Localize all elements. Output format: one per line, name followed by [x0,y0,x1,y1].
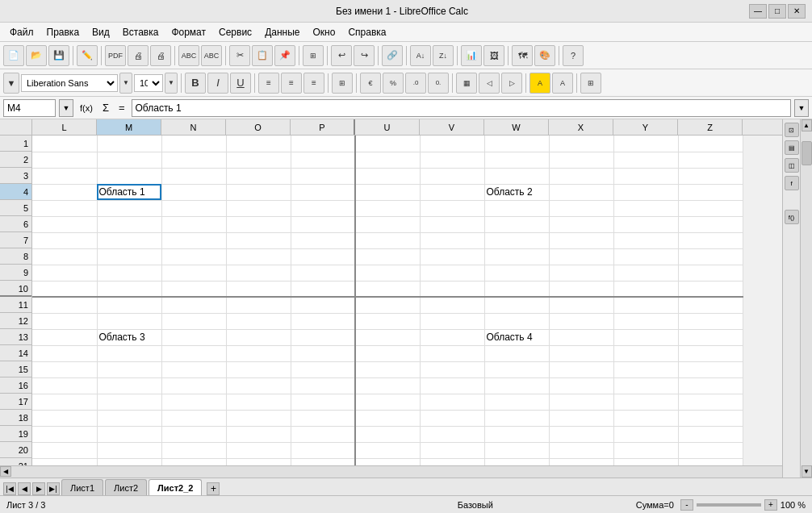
table-row[interactable] [161,232,226,248]
table-row[interactable] [549,361,613,377]
table-row[interactable] [484,458,549,465]
zoom-slider[interactable] [697,503,761,507]
tab-nav-first[interactable]: |◀ [3,482,16,495]
menu-data[interactable]: Данные [258,25,306,40]
table-row[interactable] [613,184,678,200]
table-row[interactable] [355,361,420,377]
table-row[interactable] [226,297,291,313]
table-row[interactable] [355,265,420,281]
decimal-add-button[interactable]: .0 [405,73,426,94]
table-row[interactable] [613,329,678,345]
align-center-button[interactable]: ≡ [281,73,302,94]
table-row[interactable] [226,458,291,465]
hyperlink-button[interactable]: 🔗 [382,45,403,66]
table-row[interactable] [355,152,420,168]
sheet-tab-1[interactable]: Лист1 [61,479,103,495]
table-row[interactable] [291,394,355,410]
scroll-thumb[interactable] [802,141,812,165]
table-row[interactable] [97,458,161,465]
border-button[interactable]: ▦ [456,73,477,94]
table-row[interactable] [678,458,743,465]
table-row[interactable] [97,297,161,313]
cell-reference-input[interactable] [3,99,56,117]
table-row[interactable] [32,329,97,345]
save-button[interactable]: 💾 [48,45,69,66]
table-row[interactable] [355,281,420,297]
table-row[interactable] [484,377,549,394]
table-row[interactable] [291,442,355,458]
table-row[interactable] [678,394,743,410]
table-row[interactable] [484,281,549,297]
menu-window[interactable]: Окно [306,25,341,40]
table-row[interactable] [32,394,97,410]
table-row[interactable] [678,313,743,329]
table-row[interactable] [678,297,743,313]
table-row[interactable] [226,377,291,394]
table-row[interactable] [161,458,226,465]
align-left-button[interactable]: ≡ [258,73,279,94]
table-row[interactable] [291,329,355,345]
table-row[interactable] [613,426,678,442]
table-row[interactable] [291,232,355,248]
chart-button[interactable]: 📊 [461,45,482,66]
merge-button[interactable]: ⊞ [332,73,353,94]
table-row[interactable] [613,458,678,465]
table-row[interactable] [355,458,420,465]
decimal-remove-button[interactable]: 0. [428,73,449,94]
table-row[interactable] [484,152,549,168]
table-row[interactable] [484,216,549,232]
table-row[interactable] [97,265,161,281]
table-row[interactable] [32,426,97,442]
table-row[interactable] [613,281,678,297]
table-row[interactable] [355,168,420,184]
tab-nav-next[interactable]: ▶ [32,482,45,495]
table-row[interactable] [32,442,97,458]
formula-equal-icon[interactable]: = [115,100,128,115]
table-row[interactable] [613,345,678,361]
function-wizard-icon[interactable]: f(x) [77,102,96,115]
table-row[interactable] [613,394,678,410]
table-row[interactable] [420,281,484,297]
table-row[interactable] [161,442,226,458]
table-row[interactable]: Область 4 [484,329,549,345]
table-row[interactable] [97,313,161,329]
table-row[interactable] [484,361,549,377]
menu-edit[interactable]: Правка [40,25,86,40]
table-row[interactable] [355,426,420,442]
table-row[interactable] [97,136,161,152]
table-row[interactable] [420,426,484,442]
table-row[interactable] [32,458,97,465]
table-row[interactable] [549,168,613,184]
table-row[interactable] [613,313,678,329]
table-row[interactable] [355,297,420,313]
table-row[interactable] [420,377,484,394]
scroll-down-button[interactable]: ▼ [802,465,812,478]
copy-button[interactable]: 📋 [252,45,273,66]
table-row[interactable] [226,136,291,152]
table-row[interactable] [549,394,613,410]
open-button[interactable]: 📂 [26,45,47,66]
table-row[interactable] [678,426,743,442]
table-row[interactable] [613,361,678,377]
cell-ref-dropdown-button[interactable]: ▼ [59,99,73,117]
table-row[interactable] [549,458,613,465]
col-header-W[interactable]: W [484,119,549,135]
table-row[interactable] [355,232,420,248]
pdf-button[interactable]: PDF [105,45,126,66]
table-row[interactable] [97,377,161,394]
menu-tools[interactable]: Сервис [212,25,258,40]
table-row[interactable] [549,345,613,361]
table-row[interactable] [678,200,743,216]
table-row[interactable] [355,200,420,216]
table-row[interactable] [420,216,484,232]
table-row[interactable] [161,200,226,216]
table-row[interactable] [484,313,549,329]
font-color-button[interactable]: A [552,73,573,94]
table-row[interactable] [226,168,291,184]
col-header-U[interactable]: U [355,119,420,135]
table-row[interactable] [97,410,161,426]
maximize-button[interactable]: □ [768,4,786,19]
table-row[interactable] [484,136,549,152]
sheet-tab-3[interactable]: Лист2_2 [149,479,202,495]
table-row[interactable] [420,152,484,168]
